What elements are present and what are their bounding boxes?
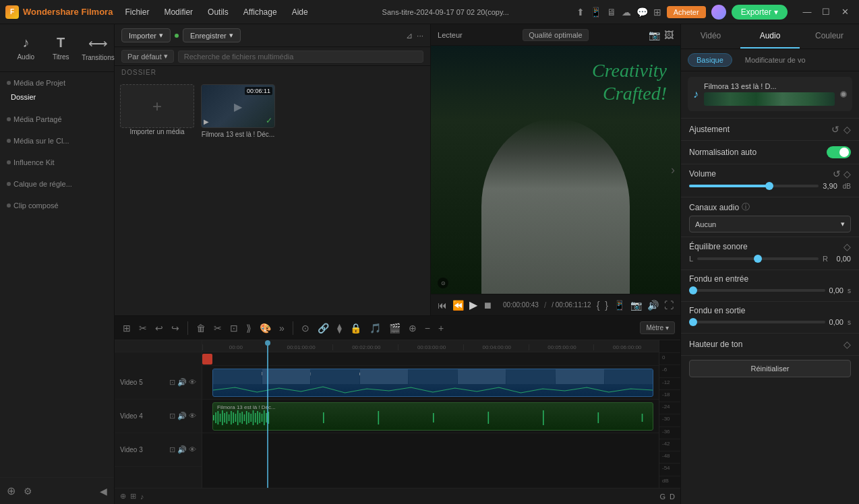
monitor-icon[interactable]: 🖥: [607, 7, 616, 18]
plus-icon[interactable]: +: [436, 320, 446, 336]
video-sep-icon[interactable]: 🎬: [386, 320, 403, 336]
volume-slider[interactable]: [689, 185, 819, 187]
tab-video[interactable]: Vidéo: [681, 24, 740, 49]
snapshot-icon[interactable]: 📷: [630, 300, 642, 311]
menu-affichage[interactable]: Affichage: [237, 5, 284, 20]
minimize-button[interactable]: —: [798, 5, 816, 20]
add-media-item[interactable]: + Importer un média: [120, 84, 194, 138]
volume-keyframe-icon[interactable]: ◇: [843, 168, 851, 179]
redo-icon[interactable]: ↪: [169, 320, 182, 336]
reinitialiser-button[interactable]: Réinitialiser: [689, 360, 851, 377]
subtab-basique[interactable]: Basique: [688, 53, 732, 67]
hauteur-diamond-icon[interactable]: ◇: [843, 339, 851, 350]
video3-icon1[interactable]: ⊡: [169, 445, 175, 454]
audio-ctrl-icon[interactable]: 🔊: [647, 300, 659, 311]
sort-button[interactable]: Par défaut ▾: [121, 50, 174, 63]
tab-audio[interactable]: Audio: [740, 24, 800, 49]
filter-icon[interactable]: ⊿: [406, 31, 413, 40]
video4-icon2[interactable]: 🔊: [177, 412, 187, 420]
clip-mark-in-icon[interactable]: {: [597, 300, 600, 311]
left-section-header-influence[interactable]: Influence Kit: [0, 156, 114, 169]
import-button[interactable]: Importer ▾: [121, 28, 171, 42]
left-section-header-clip[interactable]: Clip composé: [0, 199, 114, 212]
toolbar-archives[interactable]: 🎬 Médias d'archives: [0, 31, 7, 65]
minus-icon[interactable]: −: [422, 320, 433, 336]
video-clip-main[interactable]: Filmora 13 est là ! Découvrez toutes les…: [212, 369, 653, 397]
toolbar-transitions[interactable]: ⟷ Transitions: [79, 31, 117, 65]
tl-grid-icon[interactable]: ⊞: [130, 492, 136, 501]
maximize-button[interactable]: ☐: [817, 5, 835, 20]
audio-sep-icon[interactable]: 🎵: [367, 320, 384, 336]
video4-icon1[interactable]: ⊡: [169, 412, 175, 420]
volume-reset-icon[interactable]: ↺: [833, 168, 841, 179]
screenshot-icon[interactable]: 📷: [649, 30, 660, 40]
equilibre-diamond-icon[interactable]: ◇: [843, 241, 851, 252]
phone-export-icon[interactable]: 📱: [614, 300, 625, 311]
balance-slider[interactable]: [697, 257, 819, 260]
media-item-filmora[interactable]: 00:06:11 ✓ ▶ Filmora 13 est là ! Déc...: [201, 84, 275, 138]
nav-arrow-right[interactable]: ›: [671, 163, 675, 177]
razor-icon[interactable]: ✂: [136, 320, 150, 336]
grid-icon[interactable]: ⊞: [653, 7, 661, 18]
canaux-select[interactable]: Aucun ▾: [689, 216, 851, 232]
phone-icon[interactable]: 📱: [590, 7, 601, 18]
normalisation-toggle[interactable]: [827, 146, 851, 158]
undo-icon[interactable]: ↩: [152, 320, 166, 336]
snap-icon[interactable]: ⊙: [299, 320, 312, 336]
video3-icon3[interactable]: 👁: [189, 445, 196, 454]
menu-modifier[interactable]: Modifier: [157, 5, 200, 20]
subtab-modificateur[interactable]: Modificateur de vo: [736, 53, 814, 67]
toolbar-audio[interactable]: ♪ Audio: [9, 31, 42, 65]
collapse-icon[interactable]: ◀: [97, 483, 110, 499]
left-section-header-calque[interactable]: Calque de régle...: [0, 177, 114, 191]
clip-mark-out-icon[interactable]: }: [605, 300, 608, 311]
add-media-btn[interactable]: +: [120, 84, 194, 128]
left-section-header-partage[interactable]: Média Partagé: [0, 113, 114, 126]
color-icon[interactable]: 🎨: [257, 320, 274, 336]
stop-icon[interactable]: ⏹: [483, 300, 492, 311]
export-button[interactable]: Exporter ▾: [732, 5, 788, 20]
crop-icon[interactable]: ⊡: [227, 320, 241, 336]
menu-aide[interactable]: Aide: [285, 5, 315, 20]
video5-icon3[interactable]: 👁: [189, 378, 196, 387]
lock-icon[interactable]: 🔒: [347, 320, 364, 336]
more-icon[interactable]: ···: [417, 31, 423, 40]
close-button[interactable]: ✕: [836, 5, 854, 20]
left-section-header-cloud[interactable]: Média sur le Cl...: [0, 134, 114, 148]
search-input[interactable]: [178, 51, 423, 63]
video5-icon2[interactable]: 🔊: [177, 378, 187, 387]
sticker-icon[interactable]: ⊕: [406, 320, 419, 336]
menu-outils[interactable]: Outils: [201, 5, 235, 20]
chat-icon[interactable]: 💬: [636, 7, 648, 18]
settings-track-icon[interactable]: ⚙: [21, 483, 35, 499]
timeline-tracks-area[interactable]: 00:00 00:01:00:00 00:02:00:00 00:03:00:0…: [202, 340, 659, 488]
play-icon[interactable]: ▶: [469, 298, 477, 311]
record-button[interactable]: Enregistrer ▾: [183, 28, 241, 42]
metre-button[interactable]: Mètre ▾: [640, 321, 675, 334]
audio-clip-main[interactable]: Filmora 13 est là ! Déc...: [212, 402, 653, 431]
speed-icon[interactable]: ⟫: [243, 320, 254, 336]
toolbar-titres[interactable]: T Titres: [44, 31, 78, 65]
delete-icon[interactable]: 🗑: [194, 320, 208, 336]
user-avatar[interactable]: [711, 5, 726, 20]
cloud-icon[interactable]: ☁: [622, 7, 631, 18]
share-icon[interactable]: ⬆: [576, 7, 585, 18]
link-icon[interactable]: 🔗: [315, 320, 332, 336]
tl-music-icon[interactable]: ♪: [140, 493, 144, 501]
step-back-icon[interactable]: ⏪: [452, 300, 464, 311]
fondu-sortie-slider[interactable]: [689, 321, 825, 323]
video5-icon1[interactable]: ⊡: [169, 378, 175, 387]
video4-icon3[interactable]: 👁: [189, 412, 196, 420]
fullscreen-icon[interactable]: ⛶: [664, 300, 674, 311]
canaux-info-icon[interactable]: ⓘ: [742, 201, 750, 213]
ajustement-reset-icon[interactable]: ↺: [831, 124, 839, 135]
add-track-icon[interactable]: ⊕: [4, 482, 18, 500]
ajustement-diamond-icon[interactable]: ◇: [843, 124, 851, 135]
left-section-header-media[interactable]: Média de Projet: [0, 76, 114, 90]
track-select-icon[interactable]: ⊞: [120, 320, 134, 336]
marker-icon[interactable]: ⧫: [334, 320, 345, 336]
video3-icon2[interactable]: 🔊: [177, 445, 187, 454]
menu-fichier[interactable]: Fichier: [118, 5, 156, 20]
fondu-entree-slider[interactable]: [689, 289, 825, 292]
cut-icon[interactable]: ✂: [211, 320, 225, 336]
